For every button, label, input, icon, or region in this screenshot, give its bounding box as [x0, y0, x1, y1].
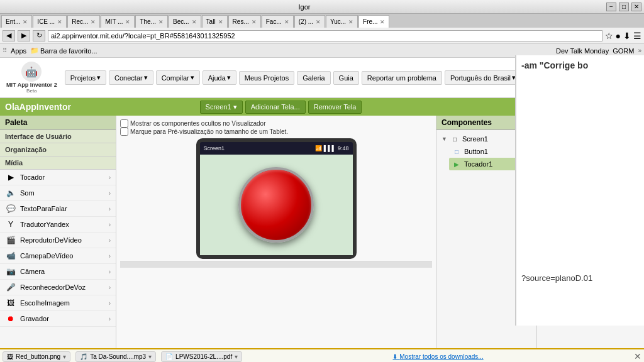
mit-logo: 🤖 MIT App Inventor 2 Beta [5, 60, 58, 95]
meus-projetos-btn[interactable]: Meus Projetos [239, 71, 294, 85]
tab-close-11[interactable]: ✕ [380, 19, 385, 25]
tab-close-5[interactable]: ✕ [192, 19, 197, 25]
tab-close-10[interactable]: ✕ [348, 19, 353, 25]
maximize-button[interactable]: □ [619, 3, 629, 11]
screen-selector[interactable]: Screen1 ▾ [200, 101, 243, 114]
palette-section-organizacao[interactable]: Organização [0, 143, 116, 156]
palette-section-midia[interactable]: Mídia [0, 156, 116, 170]
right-overflow-panel: -am "Corrige bo ?source=planoD.01 [515, 116, 644, 326]
app-name: MIT App Inventor 2 [6, 82, 57, 88]
download-close-1[interactable]: ▾ [148, 353, 152, 360]
palette-item-tocador[interactable]: ▶ Tocador › [0, 170, 116, 185]
tab-4[interactable]: The...✕ [135, 15, 168, 28]
tab-close-9[interactable]: ✕ [316, 19, 321, 25]
tab-close-3[interactable]: ✕ [125, 19, 130, 25]
browser-tabs: Ent...✕ ICE ...✕ Rec...✕ MIT ...✕ The...… [0, 14, 644, 28]
bookmarks-more[interactable]: » [638, 47, 641, 54]
palette-section-interface[interactable]: Interface de Usuário [0, 130, 116, 143]
language-menu[interactable]: Português do Brasil ▾ [445, 70, 521, 85]
tab-close-8[interactable]: ✕ [284, 19, 289, 25]
remove-screen-button[interactable]: Remover Tela [308, 101, 362, 114]
download-close-2[interactable]: ▾ [235, 353, 238, 360]
tab-3[interactable]: MIT ...✕ [101, 15, 135, 28]
tab-7[interactable]: Res...✕ [228, 15, 261, 28]
project-name: OlaAppInventor [5, 102, 196, 112]
screen1-expand-icon[interactable]: ▼ [441, 136, 447, 142]
palette-item-camera[interactable]: 📷 Câmera › [0, 264, 116, 280]
bookmark-barra[interactable]: 📁 Barra de favorito... [30, 47, 97, 55]
conectar-menu[interactable]: Conectar ▾ [109, 70, 153, 85]
phone-screen [200, 155, 353, 255]
tab-9[interactable]: (2) ...✕ [294, 15, 325, 28]
minimize-button[interactable]: − [606, 3, 616, 11]
tab-close-4[interactable]: ✕ [158, 19, 164, 25]
visualizer-panel: Mostrar os componentes ocultos no Visual… [116, 116, 436, 348]
tab-close-7[interactable]: ✕ [252, 19, 257, 25]
reprodutor-arrow: › [109, 237, 111, 244]
tablet-preview-checkbox[interactable] [120, 128, 128, 136]
close-button[interactable]: ✕ [631, 3, 641, 11]
download-item-0[interactable]: 🖼 Red_button.png ▾ [3, 351, 70, 362]
back-button[interactable]: ◀ [3, 30, 15, 41]
viz-options: Mostrar os componentes ocultos no Visual… [120, 119, 432, 136]
palette-item-reconhecedor[interactable]: 🎤 ReconhecedorDeVoz › [0, 280, 116, 295]
palette-item-escolhe[interactable]: 🖼 EscolheImagem › [0, 295, 116, 311]
tab-10[interactable]: Yuc...✕ [326, 15, 358, 28]
bookmark-icon[interactable]: ☆ [605, 31, 613, 41]
guia-btn[interactable]: Guia [333, 71, 359, 85]
galeria-btn[interactable]: Galeria [297, 71, 330, 85]
palette-item-som[interactable]: 🔈 Som › [0, 185, 116, 201]
show-all-downloads-link[interactable]: ⬇ Mostrar todos os downloads... [247, 353, 629, 360]
tab-11[interactable]: Fre...✕ [358, 15, 389, 28]
url-input[interactable] [48, 30, 602, 41]
downloads-close-icon[interactable]: ✕ [634, 351, 641, 361]
tab-6[interactable]: Tall✕ [202, 15, 228, 28]
palette-item-reprodutor[interactable]: 🎬 ReprodutorDeVídeo › [0, 233, 116, 248]
gravador-arrow: › [109, 315, 111, 322]
tab-5[interactable]: Bec...✕ [169, 15, 201, 28]
menu-icon[interactable]: ☰ [633, 31, 641, 41]
textofalar-icon: 💬 [5, 203, 16, 214]
apps-label: ⠿ [3, 47, 7, 54]
bookmark-devtalk[interactable]: Dev Talk Monday [556, 47, 609, 55]
tocador1-icon: ▶ [452, 159, 462, 169]
palette-item-textofalar[interactable]: 💬 TextoParaFalar › [0, 201, 116, 217]
app-area: 🤖 MIT App Inventor 2 Beta Projetos ▾ Con… [0, 58, 644, 348]
ajuda-menu[interactable]: Ajuda ▾ [203, 70, 236, 85]
show-hidden-checkbox[interactable] [120, 119, 128, 128]
clock-display: 9:48 [338, 145, 349, 151]
tab-close-1[interactable]: ✕ [57, 19, 62, 25]
tab-close-2[interactable]: ✕ [91, 19, 96, 25]
palette-item-yandex[interactable]: Y TradutorYandex › [0, 217, 116, 233]
palette-item-gravador[interactable]: ⏺ Gravador › [0, 311, 116, 327]
som-arrow: › [109, 190, 111, 197]
profile-icon[interactable]: ● [616, 31, 621, 41]
reportar-btn[interactable]: Reportar um problema [362, 71, 442, 85]
tab-close-0[interactable]: ✕ [23, 19, 28, 25]
gravador-icon: ⏺ [5, 313, 16, 324]
right-panel-text2: ?source=planoD.01 [516, 268, 597, 288]
forward-button[interactable]: ▶ [18, 30, 30, 41]
tab-close-6[interactable]: ✕ [218, 19, 223, 25]
palette-item-cameravideo[interactable]: 📹 CâmераDeVídeo › [0, 248, 116, 264]
download-icon-2: 📄 [165, 353, 173, 360]
tab-2[interactable]: Rec...✕ [67, 15, 100, 28]
tab-0[interactable]: Ent...✕ [1, 15, 32, 28]
cameravideo-icon: 📹 [5, 250, 16, 261]
download-icon[interactable]: ⬇ [623, 31, 631, 41]
compilar-menu[interactable]: Compilar ▾ [156, 70, 200, 85]
add-screen-button[interactable]: Adicionar Tela... [245, 101, 306, 114]
reconhecedor-icon: 🎤 [5, 282, 16, 293]
bookmark-gorm[interactable]: GORM [613, 47, 634, 55]
horizontal-scrollbar[interactable] [120, 261, 432, 268]
tab-1[interactable]: ICE ...✕ [33, 15, 67, 28]
download-item-1[interactable]: 🎵 Ta Da-Sound....mp3 ▾ [75, 351, 156, 362]
titlebar-title: Igor [3, 3, 606, 11]
bookmark-apps[interactable]: Apps [11, 47, 26, 55]
reload-button[interactable]: ↻ [33, 30, 45, 41]
tab-8[interactable]: Fac...✕ [262, 15, 294, 28]
projetos-menu[interactable]: Projetos ▾ [65, 70, 106, 85]
tocador-icon: ▶ [5, 172, 16, 183]
download-item-2[interactable]: 📄 LPWS2016-2L....pdf ▾ [161, 351, 242, 362]
download-close-0[interactable]: ▾ [63, 353, 66, 360]
